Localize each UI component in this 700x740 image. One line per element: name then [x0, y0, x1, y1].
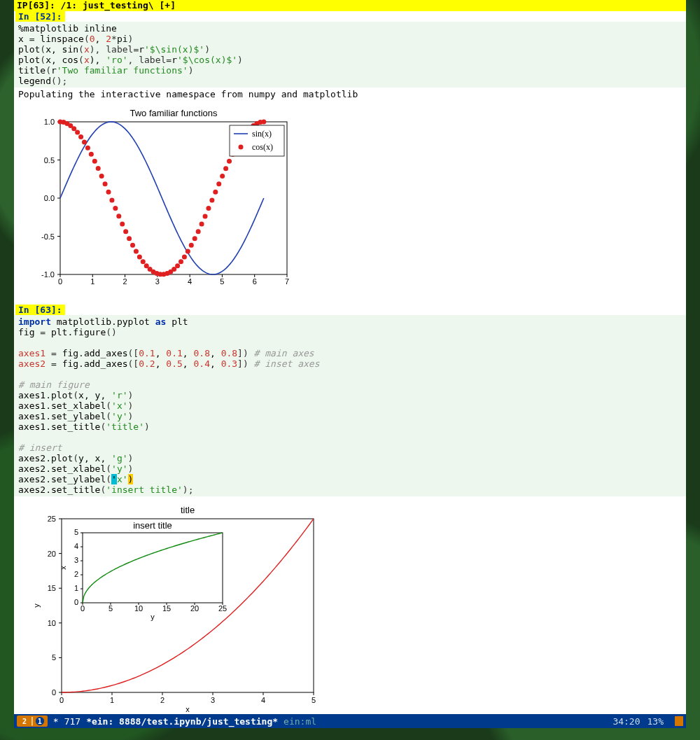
svg-point-32 — [71, 126, 76, 131]
svg-text:4: 4 — [261, 696, 265, 704]
status-circle-2: 1 — [35, 716, 45, 726]
svg-point-33 — [75, 130, 80, 135]
status-right-box-icon — [675, 716, 683, 726]
svg-text:3: 3 — [155, 277, 160, 286]
svg-text:0: 0 — [52, 688, 56, 697]
svg-point-38 — [92, 159, 97, 164]
svg-point-87 — [261, 120, 266, 125]
svg-text:0: 0 — [58, 277, 62, 286]
cell-prompt: In [63]: — [15, 305, 65, 315]
status-cursor-pos: 34:20 — [612, 716, 640, 727]
svg-text:6: 6 — [253, 277, 257, 286]
status-scroll-pct: 13% — [648, 716, 664, 727]
svg-point-69 — [200, 221, 204, 226]
svg-text:25: 25 — [48, 515, 56, 523]
svg-text:0: 0 — [74, 598, 78, 606]
status-bar: 2|1 * 717 *ein: 8888/test.ipynb/just_tes… — [14, 714, 686, 728]
svg-rect-122 — [83, 533, 223, 603]
svg-text:0: 0 — [59, 696, 64, 704]
svg-text:x: x — [186, 705, 190, 713]
svg-point-37 — [89, 152, 94, 157]
cell-63-chart: title0123450510152025xyinsert title05101… — [14, 496, 686, 714]
svg-point-44 — [113, 206, 118, 211]
svg-text:1.0: 1.0 — [44, 118, 55, 126]
svg-point-42 — [106, 190, 111, 195]
svg-point-34 — [78, 134, 83, 139]
svg-point-46 — [120, 221, 125, 226]
svg-text:5: 5 — [108, 604, 113, 613]
status-left-badge: 2|1 — [17, 715, 48, 727]
svg-text:y: y — [150, 613, 155, 621]
svg-text:5: 5 — [312, 696, 316, 704]
svg-point-49 — [130, 243, 135, 248]
code-block-63[interactable]: import matplotlib.pyplot as plt fig = pl… — [14, 315, 686, 496]
svg-text:20: 20 — [48, 550, 56, 558]
svg-text:0.0: 0.0 — [44, 194, 55, 202]
svg-point-62 — [175, 263, 180, 268]
svg-point-48 — [127, 236, 132, 241]
svg-point-40 — [99, 174, 104, 179]
title-bar: IP[63]: /1: just_testing\ [+] — [14, 0, 686, 11]
svg-text:2: 2 — [160, 696, 164, 704]
svg-text:0.5: 0.5 — [44, 156, 55, 165]
cell-prompt: In [52]: — [15, 11, 65, 22]
svg-text:3: 3 — [211, 696, 215, 704]
svg-point-64 — [182, 254, 187, 259]
svg-point-65 — [186, 249, 190, 254]
svg-point-52 — [141, 259, 146, 264]
svg-text:-0.5: -0.5 — [41, 232, 55, 241]
svg-text:cos(x): cos(x) — [252, 142, 273, 152]
svg-text:4: 4 — [74, 542, 78, 550]
svg-point-47 — [123, 229, 128, 234]
svg-text:2: 2 — [123, 277, 127, 286]
svg-text:Two familiar functions: Two familiar functions — [130, 108, 218, 118]
code-block-52[interactable]: %matplotlib inline x = linspace(0, 2*pi)… — [14, 22, 686, 88]
svg-text:10: 10 — [134, 604, 143, 613]
svg-text:x: x — [59, 566, 67, 570]
cell-52-output-text: Populating the interactive namespace fro… — [14, 88, 686, 101]
svg-text:15: 15 — [162, 604, 171, 613]
svg-text:2: 2 — [74, 570, 78, 578]
svg-text:4: 4 — [188, 277, 192, 286]
svg-text:15: 15 — [48, 584, 56, 592]
status-star: * — [53, 716, 59, 727]
svg-text:5: 5 — [52, 653, 56, 662]
svg-point-72 — [209, 197, 214, 202]
status-linecount: 717 — [64, 716, 80, 727]
svg-point-63 — [178, 259, 183, 264]
status-mode: ein:ml — [284, 716, 316, 727]
svg-text:-1.0: -1.0 — [41, 270, 55, 279]
svg-point-74 — [216, 181, 221, 186]
svg-text:5: 5 — [220, 277, 224, 286]
svg-point-71 — [206, 206, 211, 211]
status-circle-1: 2 — [20, 717, 29, 727]
svg-point-43 — [109, 197, 114, 202]
svg-point-73 — [213, 190, 218, 195]
notebook-content[interactable]: In [52]: %matplotlib inline x = linspace… — [14, 11, 686, 714]
svg-text:10: 10 — [48, 619, 56, 627]
svg-text:1: 1 — [110, 696, 114, 704]
svg-point-68 — [196, 229, 201, 234]
svg-point-50 — [134, 249, 139, 254]
cell-52-chart: Two familiar functions01234567-1.0-0.50.… — [14, 101, 686, 299]
svg-point-75 — [220, 174, 225, 179]
svg-text:insert title: insert title — [133, 520, 172, 531]
svg-text:3: 3 — [74, 556, 78, 564]
svg-point-76 — [223, 166, 228, 171]
svg-point-39 — [96, 166, 101, 171]
svg-text:1: 1 — [90, 277, 94, 286]
svg-text:0: 0 — [80, 604, 85, 613]
svg-point-67 — [192, 236, 197, 241]
svg-text:sin(x): sin(x) — [252, 129, 272, 139]
svg-text:1: 1 — [74, 584, 78, 592]
svg-text:7: 7 — [285, 277, 289, 286]
editor-window: IP[63]: /1: just_testing\ [+] In [52]: %… — [14, 0, 686, 728]
svg-text:20: 20 — [190, 604, 199, 613]
cell-52: In [52]: %matplotlib inline x = linspace… — [14, 11, 686, 299]
svg-point-66 — [189, 243, 194, 248]
svg-point-77 — [227, 159, 232, 164]
svg-text:title: title — [181, 505, 195, 515]
svg-text:y: y — [32, 603, 41, 608]
svg-point-35 — [82, 139, 87, 144]
svg-point-70 — [203, 214, 208, 218]
